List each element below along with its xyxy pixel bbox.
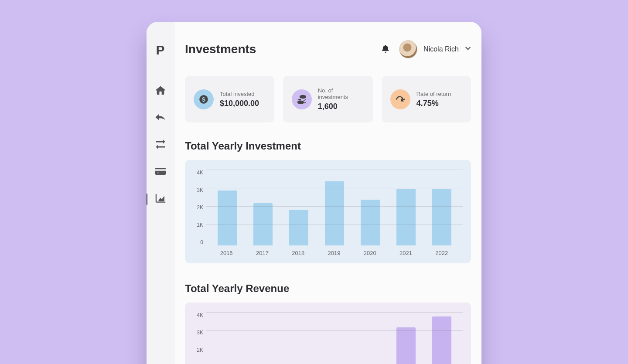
bar	[432, 316, 451, 364]
credit-card-icon	[155, 166, 166, 178]
y-tick: 4K	[197, 312, 203, 318]
y-tick: 4K	[197, 170, 203, 176]
nav-home[interactable]	[147, 78, 174, 105]
bell-icon	[382, 48, 389, 54]
x-axis: 2016201720182019202020212022	[193, 245, 463, 256]
chart-yearly-revenue: 4K3K2K1K0 2016201720182019202020212022	[185, 303, 471, 364]
user-menu[interactable]: Nicola Rich	[399, 40, 471, 58]
plot	[206, 170, 463, 245]
y-tick: 3K	[197, 187, 203, 193]
plot	[206, 312, 463, 364]
stat-card-count: No. of investments 1,600	[283, 76, 372, 122]
chart-area: 4K3K2K1K0	[193, 170, 463, 245]
y-tick: 2K	[197, 347, 203, 353]
x-tick: 2020	[360, 250, 379, 256]
return-icon	[390, 89, 410, 109]
chart-yearly-investment: 4K3K2K1K0 2016201720182019202020212022	[185, 160, 471, 263]
stat-value: 1,600	[318, 102, 364, 111]
stats-row: Total invested $10,000.00 No. of investm…	[185, 76, 471, 122]
header-right: Nicola Rich	[382, 40, 471, 58]
home-icon	[155, 85, 166, 97]
stat-text: Rate of return 4.75%	[416, 91, 451, 108]
y-tick: 1K	[197, 222, 203, 228]
stat-label: Rate of return	[416, 91, 451, 97]
x-tick: 2022	[432, 250, 451, 256]
section-title-investment: Total Yearly Investment	[185, 140, 471, 152]
app-logo: P	[156, 43, 164, 58]
y-tick: 2K	[197, 204, 203, 211]
nav-cards[interactable]	[147, 159, 174, 186]
x-tick: 2021	[396, 250, 416, 256]
x-tick: 2017	[253, 250, 272, 256]
x-tick: 2016	[217, 250, 236, 256]
user-name: Nicola Rich	[423, 45, 459, 53]
header: Investments Nicola Rich	[185, 40, 471, 58]
stat-label: Total invested	[220, 91, 259, 97]
stat-card-invested: Total invested $10,000.00	[185, 76, 274, 122]
page-title: Investments	[185, 42, 256, 56]
chart-area: 4K3K2K1K0	[193, 312, 463, 364]
avatar	[399, 40, 417, 58]
main-content: Investments Nicola Rich	[174, 22, 481, 364]
nav-investments[interactable]	[147, 186, 174, 213]
bar	[432, 189, 451, 245]
bar	[325, 181, 344, 245]
stat-text: No. of investments 1,600	[318, 87, 364, 111]
nav-transfers[interactable]	[147, 132, 174, 159]
notifications-button[interactable]	[382, 45, 389, 54]
y-axis: 4K3K2K1K0	[193, 312, 206, 364]
section-title-revenue: Total Yearly Revenue	[185, 282, 471, 295]
stat-value: $10,000.00	[220, 99, 259, 108]
money-icon	[194, 89, 214, 109]
nav-back[interactable]	[147, 105, 174, 132]
x-tick: 2018	[289, 250, 308, 256]
y-tick: 0	[200, 239, 203, 245]
y-axis: 4K3K2K1K0	[193, 170, 206, 245]
chevron-down-icon	[465, 45, 471, 53]
stat-card-rate: Rate of return 4.75%	[382, 76, 471, 122]
chart-line-icon	[155, 193, 166, 205]
swap-icon	[155, 139, 166, 151]
bar	[396, 327, 416, 364]
stat-text: Total invested $10,000.00	[220, 91, 259, 108]
stat-value: 4.75%	[416, 99, 451, 108]
x-tick: 2019	[324, 250, 344, 256]
coins-icon	[292, 89, 311, 109]
app-window: P Invest	[147, 22, 481, 364]
sidebar: P	[147, 22, 174, 364]
bar	[289, 210, 308, 245]
stat-label: No. of investments	[318, 87, 364, 100]
reply-icon	[155, 112, 166, 124]
bar	[218, 191, 237, 245]
bar	[396, 189, 416, 245]
y-tick: 3K	[197, 330, 203, 336]
